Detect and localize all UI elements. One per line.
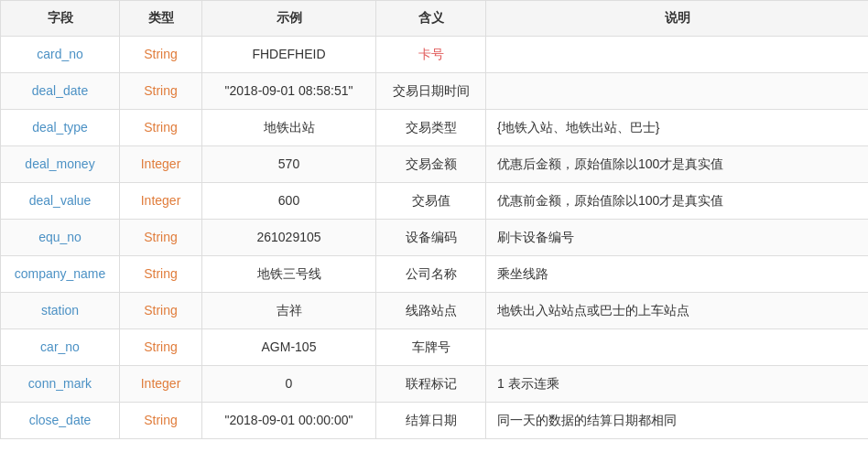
cell-field: deal_money: [1, 146, 120, 183]
cell-field: close_date: [1, 403, 120, 439]
table-row: company_nameString地铁三号线公司名称乘坐线路: [1, 256, 869, 293]
cell-meaning: 车牌号: [376, 329, 486, 366]
cell-type: String: [120, 110, 202, 146]
header-row: 字段 类型 示例 含义 说明: [1, 1, 869, 37]
header-desc: 说明: [486, 1, 869, 37]
cell-type: String: [120, 329, 202, 366]
cell-example: 地铁三号线: [202, 256, 376, 293]
cell-type: String: [120, 37, 202, 73]
cell-field: deal_date: [1, 73, 120, 110]
cell-field: card_no: [1, 37, 120, 73]
table-row: deal_valueInteger600交易值优惠前金额，原始值除以100才是真…: [1, 183, 869, 220]
cell-type: String: [120, 403, 202, 439]
table-row: car_noStringAGM-105车牌号: [1, 329, 869, 366]
header-type: 类型: [120, 1, 202, 37]
cell-desc: [486, 73, 869, 110]
cell-desc: [486, 37, 869, 73]
cell-example: 570: [202, 146, 376, 183]
table-row: card_noStringFHDEFHEID卡号: [1, 37, 869, 73]
cell-example: AGM-105: [202, 329, 376, 366]
cell-field: deal_type: [1, 110, 120, 146]
cell-meaning: 设备编码: [376, 220, 486, 256]
cell-desc: 乘坐线路: [486, 256, 869, 293]
table-row: deal_dateString"2018-09-01 08:58:51"交易日期…: [1, 73, 869, 110]
header-field: 字段: [1, 1, 120, 37]
table-row: deal_typeString地铁出站交易类型{地铁入站、地铁出站、巴士}: [1, 110, 869, 146]
cell-field: deal_value: [1, 183, 120, 220]
table-row: deal_moneyInteger570交易金额优惠后金额，原始值除以100才是…: [1, 146, 869, 183]
cell-example: 261029105: [202, 220, 376, 256]
cell-meaning: 线路站点: [376, 293, 486, 329]
cell-meaning: 交易金额: [376, 146, 486, 183]
cell-desc: 优惠前金额，原始值除以100才是真实值: [486, 183, 869, 220]
cell-type: Integer: [120, 146, 202, 183]
cell-desc: 1 表示连乘: [486, 366, 869, 403]
cell-example: 地铁出站: [202, 110, 376, 146]
cell-field: car_no: [1, 329, 120, 366]
cell-type: String: [120, 256, 202, 293]
table-row: stationString吉祥线路站点地铁出入站站点或巴士的上车站点: [1, 293, 869, 329]
table-row: equ_noString261029105设备编码刷卡设备编号: [1, 220, 869, 256]
cell-field: station: [1, 293, 120, 329]
table-row: close_dateString"2018-09-01 00:00:00"结算日…: [1, 403, 869, 439]
cell-example: "2018-09-01 08:58:51": [202, 73, 376, 110]
data-table: 字段 类型 示例 含义 说明 card_noStringFHDEFHEID卡号d…: [0, 0, 868, 439]
cell-meaning: 卡号: [376, 37, 486, 73]
cell-meaning: 公司名称: [376, 256, 486, 293]
cell-field: company_name: [1, 256, 120, 293]
cell-field: equ_no: [1, 220, 120, 256]
header-example: 示例: [202, 1, 376, 37]
table-header: 字段 类型 示例 含义 说明: [1, 1, 869, 37]
table-container: 字段 类型 示例 含义 说明 card_noStringFHDEFHEID卡号d…: [0, 0, 868, 439]
cell-desc: 同一天的数据的结算日期都相同: [486, 403, 869, 439]
cell-type: String: [120, 293, 202, 329]
cell-meaning: 交易值: [376, 183, 486, 220]
cell-example: FHDEFHEID: [202, 37, 376, 73]
cell-desc: [486, 329, 869, 366]
cell-desc: 地铁出入站站点或巴士的上车站点: [486, 293, 869, 329]
cell-field: conn_mark: [1, 366, 120, 403]
cell-type: String: [120, 220, 202, 256]
cell-example: 吉祥: [202, 293, 376, 329]
cell-type: Integer: [120, 183, 202, 220]
cell-desc: 刷卡设备编号: [486, 220, 869, 256]
cell-type: Integer: [120, 366, 202, 403]
cell-meaning: 结算日期: [376, 403, 486, 439]
header-meaning: 含义: [376, 1, 486, 37]
table-row: conn_markInteger0联程标记1 表示连乘: [1, 366, 869, 403]
cell-example: 600: [202, 183, 376, 220]
cell-meaning: 联程标记: [376, 366, 486, 403]
table-body: card_noStringFHDEFHEID卡号deal_dateString"…: [1, 37, 869, 439]
cell-desc: {地铁入站、地铁出站、巴士}: [486, 110, 869, 146]
cell-example: "2018-09-01 00:00:00": [202, 403, 376, 439]
cell-meaning: 交易类型: [376, 110, 486, 146]
cell-type: String: [120, 73, 202, 110]
cell-desc: 优惠后金额，原始值除以100才是真实值: [486, 146, 869, 183]
cell-example: 0: [202, 366, 376, 403]
cell-meaning: 交易日期时间: [376, 73, 486, 110]
